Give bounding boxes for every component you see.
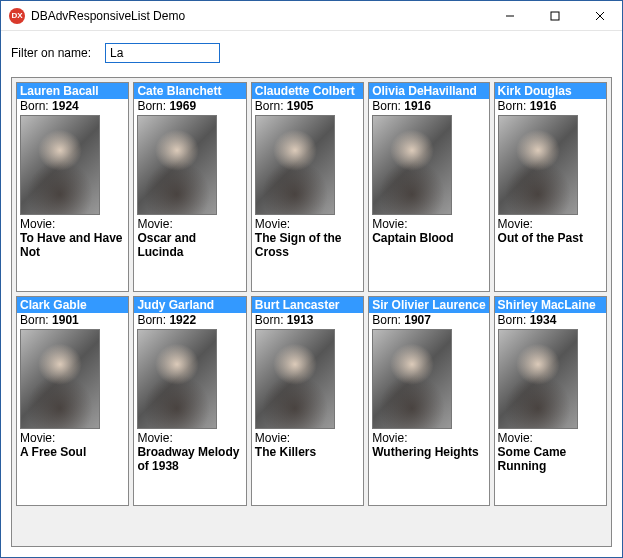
photo-placeholder	[255, 115, 335, 215]
movie-label: Movie:	[372, 218, 485, 232]
list-item[interactable]: Kirk DouglasBorn: 1916Movie:Out of the P…	[494, 82, 607, 292]
list-item[interactable]: Lauren BacallBorn: 1924Movie:To Have and…	[16, 82, 129, 292]
born-value: 1916	[404, 99, 431, 113]
card-name: Burt Lancaster	[252, 297, 363, 313]
card-body: Born: 1934Movie:Some Came Running	[495, 313, 606, 505]
card-body: Born: 1924Movie:To Have and Have Not	[17, 99, 128, 291]
movie-line: Movie:The Killers	[255, 432, 360, 460]
card-body: Born: 1922Movie:Broadway Melody of 1938	[134, 313, 245, 505]
movie-value: Some Came Running	[498, 446, 603, 474]
movie-value: A Free Soul	[20, 446, 125, 460]
born-value: 1907	[404, 313, 431, 327]
minimize-button[interactable]	[487, 1, 532, 30]
filter-input[interactable]	[105, 43, 220, 63]
photo-placeholder	[137, 329, 217, 429]
card-body: Born: 1901Movie:A Free Soul	[17, 313, 128, 505]
born-line: Born: 1913	[255, 313, 360, 327]
born-line: Born: 1907	[372, 313, 485, 327]
born-line: Born: 1922	[137, 313, 242, 327]
movie-value: Oscar and Lucinda	[137, 232, 242, 260]
list-item[interactable]: Olivia DeHavillandBorn: 1916Movie:Captai…	[368, 82, 489, 292]
born-label: Born:	[498, 313, 527, 327]
window-title: DBAdvResponsiveList Demo	[31, 9, 487, 23]
movie-label: Movie:	[498, 218, 603, 232]
card-name: Claudette Colbert	[252, 83, 363, 99]
born-value: 1934	[530, 313, 557, 327]
born-label: Born:	[20, 99, 49, 113]
born-value: 1922	[169, 313, 196, 327]
born-label: Born:	[137, 99, 166, 113]
maximize-button[interactable]	[532, 1, 577, 30]
born-label: Born:	[255, 313, 284, 327]
photo-placeholder	[372, 329, 452, 429]
photo-placeholder	[255, 329, 335, 429]
card-name: Shirley MacLaine	[495, 297, 606, 313]
list-item[interactable]: Clark GableBorn: 1901Movie:A Free Soul	[16, 296, 129, 506]
card-name: Sir Olivier Laurence	[369, 297, 488, 313]
born-line: Born: 1901	[20, 313, 125, 327]
list-item[interactable]: Judy GarlandBorn: 1922Movie:Broadway Mel…	[133, 296, 246, 506]
born-line: Born: 1916	[372, 99, 485, 113]
movie-value: Wuthering Heights	[372, 446, 485, 460]
card-name: Kirk Douglas	[495, 83, 606, 99]
app-icon-text: DX	[11, 11, 22, 20]
card-name: Cate Blanchett	[134, 83, 245, 99]
photo-placeholder	[20, 329, 100, 429]
born-label: Born:	[498, 99, 527, 113]
born-line: Born: 1905	[255, 99, 360, 113]
responsive-list-panel[interactable]: Lauren BacallBorn: 1924Movie:To Have and…	[11, 77, 612, 547]
movie-value: Captain Blood	[372, 232, 485, 246]
born-line: Born: 1924	[20, 99, 125, 113]
movie-label: Movie:	[498, 432, 603, 446]
card-body: Born: 1913Movie:The Killers	[252, 313, 363, 505]
movie-line: Movie:Out of the Past	[498, 218, 603, 246]
list-item[interactable]: Claudette ColbertBorn: 1905Movie:The Sig…	[251, 82, 364, 292]
movie-label: Movie:	[20, 432, 125, 446]
movie-label: Movie:	[137, 432, 242, 446]
list-item[interactable]: Shirley MacLaineBorn: 1934Movie:Some Cam…	[494, 296, 607, 506]
card-name: Judy Garland	[134, 297, 245, 313]
svg-rect-1	[551, 12, 559, 20]
movie-label: Movie:	[20, 218, 125, 232]
born-label: Born:	[137, 313, 166, 327]
window-controls	[487, 1, 622, 30]
born-value: 1924	[52, 99, 79, 113]
born-line: Born: 1916	[498, 99, 603, 113]
born-line: Born: 1969	[137, 99, 242, 113]
card-name: Clark Gable	[17, 297, 128, 313]
card-body: Born: 1916Movie:Out of the Past	[495, 99, 606, 291]
movie-value: Out of the Past	[498, 232, 603, 246]
born-label: Born:	[20, 313, 49, 327]
movie-line: Movie:To Have and Have Not	[20, 218, 125, 259]
list-item[interactable]: Cate BlanchettBorn: 1969Movie:Oscar and …	[133, 82, 246, 292]
card-body: Born: 1905Movie:The Sign of the Cross	[252, 99, 363, 291]
movie-line: Movie:Wuthering Heights	[372, 432, 485, 460]
movie-line: Movie:Oscar and Lucinda	[137, 218, 242, 259]
movie-label: Movie:	[255, 218, 360, 232]
card-name: Lauren Bacall	[17, 83, 128, 99]
filter-label: Filter on name:	[11, 46, 91, 60]
client-area: Filter on name: Lauren BacallBorn: 1924M…	[1, 31, 622, 557]
close-button[interactable]	[577, 1, 622, 30]
card-body: Born: 1969Movie:Oscar and Lucinda	[134, 99, 245, 291]
list-item[interactable]: Burt LancasterBorn: 1913Movie:The Killer…	[251, 296, 364, 506]
movie-line: Movie:Some Came Running	[498, 432, 603, 473]
movie-value: Broadway Melody of 1938	[137, 446, 242, 474]
movie-line: Movie:A Free Soul	[20, 432, 125, 460]
movie-label: Movie:	[137, 218, 242, 232]
photo-placeholder	[372, 115, 452, 215]
list-item[interactable]: Sir Olivier LaurenceBorn: 1907Movie:Wuth…	[368, 296, 489, 506]
app-icon: DX	[9, 8, 25, 24]
born-line: Born: 1934	[498, 313, 603, 327]
filter-row: Filter on name:	[11, 39, 612, 69]
born-label: Born:	[372, 99, 401, 113]
movie-line: Movie:The Sign of the Cross	[255, 218, 360, 259]
movie-line: Movie:Captain Blood	[372, 218, 485, 246]
movie-value: To Have and Have Not	[20, 232, 125, 260]
born-label: Born:	[372, 313, 401, 327]
movie-line: Movie:Broadway Melody of 1938	[137, 432, 242, 473]
movie-value: The Sign of the Cross	[255, 232, 360, 260]
born-label: Born:	[255, 99, 284, 113]
photo-placeholder	[137, 115, 217, 215]
born-value: 1916	[530, 99, 557, 113]
